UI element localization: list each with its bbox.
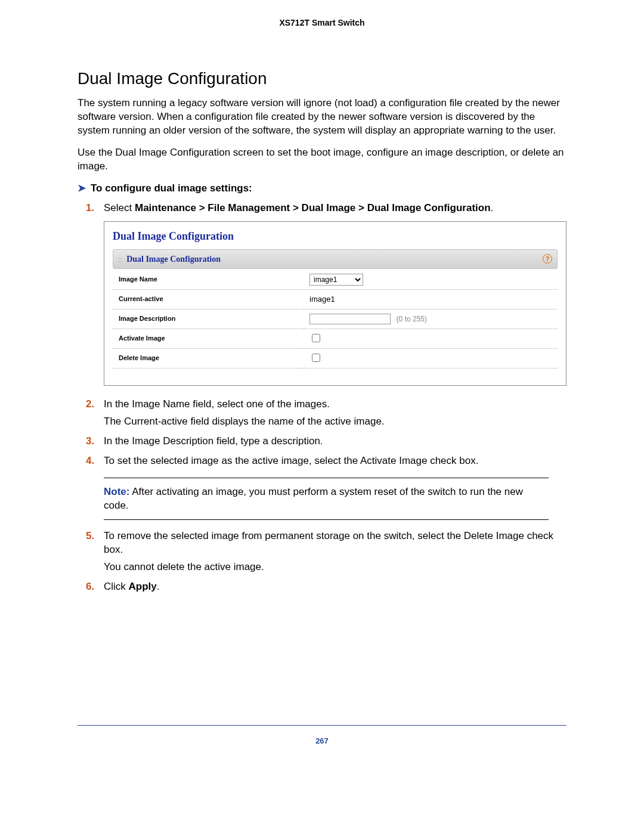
step-6-suffix: . (157, 581, 160, 592)
step-number: 3. (86, 435, 94, 448)
step-2-text: In the Image Name field, select one of t… (104, 398, 330, 410)
step-3-text: In the Image Description field, type a d… (104, 435, 323, 447)
step-4-text: To set the selected image as the active … (104, 455, 478, 466)
step-number: 2. (86, 398, 94, 411)
step-3: 3. In the Image Description field, type … (104, 435, 566, 448)
chevron-right-icon: ➤ (78, 182, 86, 194)
intro-para-2: Use the Dual Image Configuration screen … (78, 146, 566, 174)
step-2: 2. In the Image Name field, select one o… (104, 398, 566, 429)
step-number: 6. (86, 580, 94, 594)
step-2-sub: The Current-active field displays the na… (104, 415, 566, 429)
image-description-hint: (0 to 255) (397, 315, 427, 323)
image-name-label: Image Name (113, 270, 304, 290)
step-1-prefix: Select (104, 202, 135, 213)
footer-divider (78, 725, 566, 726)
note-text: After activating an image, you must perf… (104, 486, 523, 511)
current-active-label: Current-active (113, 289, 304, 309)
step-1-path: Maintenance > File Management > Dual Ima… (135, 202, 491, 213)
step-4: 4. To set the selected image as the acti… (104, 454, 566, 521)
step-1: 1. Select Maintenance > File Management … (104, 202, 566, 386)
delete-image-checkbox[interactable] (312, 354, 320, 362)
step-number: 1. (86, 202, 94, 215)
page-number: 267 (78, 736, 566, 745)
intro-para-1: The system running a legacy software ver… (78, 97, 566, 138)
step-5-sub: You cannot delete the active image. (104, 561, 566, 574)
step-5-text: To remove the selected image from perman… (104, 530, 553, 555)
panel-header-bar: ::Dual Image Configuration ? (113, 249, 558, 269)
step-6-prefix: Click (104, 581, 129, 592)
delete-image-label: Delete Image (113, 348, 304, 368)
step-1-suffix: . (491, 202, 494, 213)
step-number: 5. (86, 529, 94, 543)
panel-title: Dual Image Configuration (113, 229, 558, 243)
activate-image-label: Activate Image (113, 329, 304, 348)
image-description-input[interactable] (309, 314, 391, 324)
image-description-label: Image Description (113, 309, 304, 329)
section-heading: Dual Image Configuration (78, 69, 566, 88)
config-panel-screenshot: Dual Image Configuration ::Dual Image Co… (104, 221, 566, 386)
product-header: XS712T Smart Switch (78, 18, 566, 27)
task-heading: ➤To configure dual image settings: (78, 182, 566, 194)
current-active-value: image1 (304, 289, 558, 309)
image-name-select[interactable]: image1 (309, 274, 363, 286)
note-block: Note: After activating an image, you mus… (104, 478, 549, 521)
help-icon[interactable]: ? (543, 254, 552, 264)
step-6: 6. Click Apply. (104, 580, 566, 594)
panel-bar-title: Dual Image Configuration (126, 255, 221, 264)
step-6-bold: Apply (129, 581, 157, 592)
drag-dots-icon: :: (118, 256, 123, 263)
step-number: 4. (86, 454, 94, 468)
config-form-table: Image Name image1 Current-active image1 … (113, 270, 558, 368)
task-heading-text: To configure dual image settings: (91, 182, 252, 194)
note-label: Note: (104, 486, 129, 497)
activate-image-checkbox[interactable] (312, 334, 320, 342)
step-5: 5. To remove the selected image from per… (104, 529, 566, 574)
